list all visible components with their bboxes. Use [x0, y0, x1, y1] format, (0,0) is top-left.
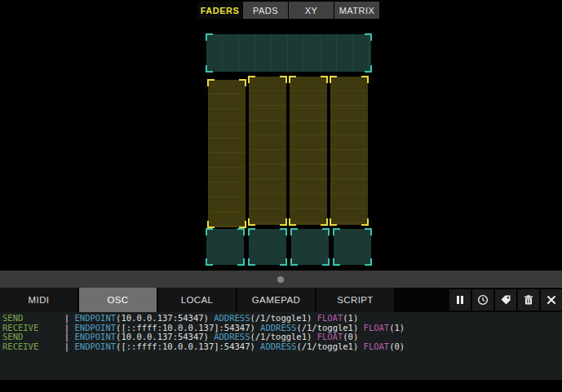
trash-button[interactable]	[518, 289, 539, 311]
osc-log-console: SEND | ENDPOINT(10.0.0.137:54347) ADDRES…	[0, 312, 562, 380]
log-toolbar	[449, 289, 562, 311]
selection-corner-icon	[290, 258, 298, 266]
selection-corner-icon	[330, 76, 337, 83]
tab-gamepad[interactable]: GAMEPAD	[237, 288, 315, 312]
selection-corner-icon	[280, 228, 287, 236]
selection-corner-icon	[280, 218, 287, 226]
history-icon	[477, 294, 489, 306]
selection-corner-icon	[361, 76, 369, 83]
selection-corner-icon	[206, 65, 213, 73]
selection-corner-icon	[239, 221, 246, 228]
selection-corner-icon	[248, 218, 255, 226]
page-tabbar: FADERSPADSXYMATRIX	[0, 0, 562, 24]
selection-corner-icon	[248, 228, 255, 236]
close-icon	[547, 295, 556, 305]
splitter-handle-icon[interactable]	[277, 276, 284, 283]
footer-spacer	[0, 380, 562, 392]
selection-corner-icon	[333, 228, 340, 236]
tab-xy[interactable]: XY	[289, 2, 334, 19]
tab-script[interactable]: SCRIPT	[316, 288, 394, 312]
selection-corner-icon	[321, 218, 328, 226]
button-4[interactable]	[334, 229, 371, 265]
fader-1[interactable]	[208, 80, 246, 227]
selection-corner-icon	[280, 258, 287, 266]
tab-faders[interactable]: FADERS	[197, 2, 242, 19]
pause-icon	[454, 294, 466, 306]
selection-corner-icon	[248, 76, 255, 83]
selection-corner-icon	[365, 65, 372, 73]
selection-corner-icon	[237, 258, 245, 266]
tab-matrix[interactable]: MATRIX	[334, 2, 379, 19]
selection-corner-icon	[365, 228, 372, 236]
selection-corner-icon	[322, 228, 330, 236]
selection-corner-icon	[321, 76, 328, 83]
selection-corner-icon	[207, 221, 215, 228]
editor-canvas[interactable]	[0, 24, 562, 271]
tab-osc[interactable]: OSC	[79, 288, 157, 312]
selection-corner-icon	[206, 258, 213, 266]
selection-corner-icon	[239, 79, 246, 86]
selection-corner-icon	[237, 228, 245, 236]
selection-corner-icon	[330, 218, 337, 226]
fader-2[interactable]	[249, 77, 286, 225]
tab-midi[interactable]: MIDI	[0, 288, 77, 312]
selection-corner-icon	[322, 258, 330, 266]
selection-corner-icon	[248, 258, 255, 266]
tab-local[interactable]: LOCAL	[158, 288, 236, 312]
selection-corner-icon	[365, 33, 372, 41]
radio-horizontal[interactable]	[206, 34, 371, 72]
fader-3[interactable]	[290, 77, 327, 225]
selection-corner-icon	[289, 218, 296, 226]
tag-icon	[500, 294, 511, 306]
pause-button[interactable]	[449, 289, 471, 311]
trash-icon	[523, 294, 534, 306]
button-1[interactable]	[206, 229, 244, 265]
log-line: RECEIVE | ENDPOINT([::ffff:10.0.0.137]:5…	[2, 342, 562, 352]
tag-button[interactable]	[495, 289, 516, 311]
close-button[interactable]	[541, 289, 562, 311]
selection-corner-icon	[206, 228, 213, 236]
fader-4[interactable]	[330, 77, 368, 225]
button-3[interactable]	[291, 229, 329, 265]
selection-corner-icon	[207, 79, 215, 86]
selection-corner-icon	[289, 76, 296, 83]
selection-corner-icon	[290, 228, 298, 236]
selection-corner-icon	[280, 76, 287, 83]
selection-corner-icon	[361, 218, 369, 226]
selection-corner-icon	[206, 33, 213, 41]
button-2[interactable]	[249, 229, 286, 265]
control-surface-editor: FADERSPADSXYMATRIX MIDIOSCLOCALGAMEPADSC…	[0, 0, 562, 392]
selection-corner-icon	[333, 258, 340, 266]
panel-splitter[interactable]	[0, 271, 562, 288]
selection-corner-icon	[365, 258, 372, 266]
history-button[interactable]	[472, 289, 493, 311]
tab-pads[interactable]: PADS	[243, 2, 288, 19]
